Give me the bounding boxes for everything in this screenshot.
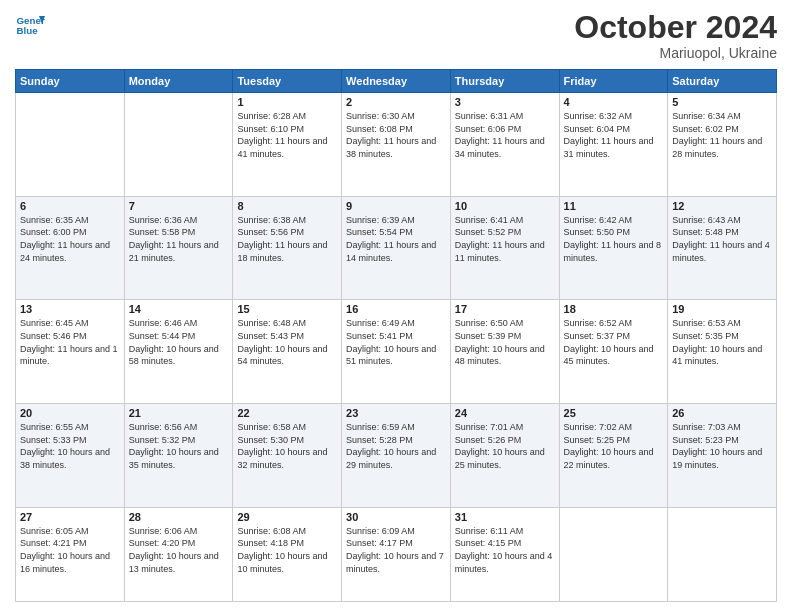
day-info: Sunrise: 6:46 AMSunset: 5:44 PMDaylight:… [129,317,229,367]
day-info: Sunrise: 6:50 AMSunset: 5:39 PMDaylight:… [455,317,555,367]
day-info: Sunrise: 6:42 AMSunset: 5:50 PMDaylight:… [564,214,664,264]
day-info: Sunrise: 6:58 AMSunset: 5:30 PMDaylight:… [237,421,337,471]
calendar-cell: 11Sunrise: 6:42 AMSunset: 5:50 PMDayligh… [559,196,668,300]
weekday-header-tuesday: Tuesday [233,70,342,93]
calendar-cell: 22Sunrise: 6:58 AMSunset: 5:30 PMDayligh… [233,404,342,508]
calendar-cell: 21Sunrise: 6:56 AMSunset: 5:32 PMDayligh… [124,404,233,508]
day-info: Sunrise: 6:11 AMSunset: 4:15 PMDaylight:… [455,525,555,575]
weekday-header-wednesday: Wednesday [342,70,451,93]
calendar-cell: 24Sunrise: 7:01 AMSunset: 5:26 PMDayligh… [450,404,559,508]
calendar-week-row: 27Sunrise: 6:05 AMSunset: 4:21 PMDayligh… [16,507,777,601]
svg-text:Blue: Blue [17,25,39,36]
calendar-cell: 8Sunrise: 6:38 AMSunset: 5:56 PMDaylight… [233,196,342,300]
calendar-cell: 5Sunrise: 6:34 AMSunset: 6:02 PMDaylight… [668,93,777,197]
calendar-cell: 7Sunrise: 6:36 AMSunset: 5:58 PMDaylight… [124,196,233,300]
calendar-cell: 14Sunrise: 6:46 AMSunset: 5:44 PMDayligh… [124,300,233,404]
calendar-cell: 27Sunrise: 6:05 AMSunset: 4:21 PMDayligh… [16,507,125,601]
day-info: Sunrise: 6:34 AMSunset: 6:02 PMDaylight:… [672,110,772,160]
day-info: Sunrise: 6:05 AMSunset: 4:21 PMDaylight:… [20,525,120,575]
calendar-cell [124,93,233,197]
calendar-cell [16,93,125,197]
calendar-cell: 6Sunrise: 6:35 AMSunset: 6:00 PMDaylight… [16,196,125,300]
calendar-title: October 2024 [574,10,777,45]
day-info: Sunrise: 6:31 AMSunset: 6:06 PMDaylight:… [455,110,555,160]
day-number: 22 [237,407,337,419]
calendar-cell: 12Sunrise: 6:43 AMSunset: 5:48 PMDayligh… [668,196,777,300]
day-info: Sunrise: 6:41 AMSunset: 5:52 PMDaylight:… [455,214,555,264]
day-number: 16 [346,303,446,315]
calendar-cell: 26Sunrise: 7:03 AMSunset: 5:23 PMDayligh… [668,404,777,508]
calendar-cell: 23Sunrise: 6:59 AMSunset: 5:28 PMDayligh… [342,404,451,508]
day-number: 26 [672,407,772,419]
day-number: 18 [564,303,664,315]
day-number: 14 [129,303,229,315]
calendar-cell: 18Sunrise: 6:52 AMSunset: 5:37 PMDayligh… [559,300,668,404]
day-info: Sunrise: 6:32 AMSunset: 6:04 PMDaylight:… [564,110,664,160]
calendar-cell: 9Sunrise: 6:39 AMSunset: 5:54 PMDaylight… [342,196,451,300]
day-info: Sunrise: 6:08 AMSunset: 4:18 PMDaylight:… [237,525,337,575]
day-number: 1 [237,96,337,108]
day-number: 27 [20,511,120,523]
day-number: 7 [129,200,229,212]
day-number: 28 [129,511,229,523]
calendar-cell: 17Sunrise: 6:50 AMSunset: 5:39 PMDayligh… [450,300,559,404]
day-info: Sunrise: 6:06 AMSunset: 4:20 PMDaylight:… [129,525,229,575]
calendar-cell: 4Sunrise: 6:32 AMSunset: 6:04 PMDaylight… [559,93,668,197]
calendar-cell [668,507,777,601]
calendar-week-row: 1Sunrise: 6:28 AMSunset: 6:10 PMDaylight… [16,93,777,197]
page: General Blue October 2024 Mariuopol, Ukr… [0,0,792,612]
calendar-cell: 29Sunrise: 6:08 AMSunset: 4:18 PMDayligh… [233,507,342,601]
day-number: 11 [564,200,664,212]
day-number: 9 [346,200,446,212]
day-number: 13 [20,303,120,315]
day-number: 31 [455,511,555,523]
day-number: 10 [455,200,555,212]
calendar-cell: 31Sunrise: 6:11 AMSunset: 4:15 PMDayligh… [450,507,559,601]
day-info: Sunrise: 6:52 AMSunset: 5:37 PMDaylight:… [564,317,664,367]
day-number: 30 [346,511,446,523]
day-number: 15 [237,303,337,315]
calendar-cell: 1Sunrise: 6:28 AMSunset: 6:10 PMDaylight… [233,93,342,197]
calendar-cell: 30Sunrise: 6:09 AMSunset: 4:17 PMDayligh… [342,507,451,601]
day-info: Sunrise: 6:38 AMSunset: 5:56 PMDaylight:… [237,214,337,264]
day-info: Sunrise: 6:56 AMSunset: 5:32 PMDaylight:… [129,421,229,471]
day-info: Sunrise: 6:45 AMSunset: 5:46 PMDaylight:… [20,317,120,367]
title-block: October 2024 Mariuopol, Ukraine [574,10,777,61]
weekday-header-friday: Friday [559,70,668,93]
day-info: Sunrise: 6:59 AMSunset: 5:28 PMDaylight:… [346,421,446,471]
calendar-location: Mariuopol, Ukraine [574,45,777,61]
weekday-header-monday: Monday [124,70,233,93]
logo: General Blue [15,10,45,40]
day-info: Sunrise: 6:43 AMSunset: 5:48 PMDaylight:… [672,214,772,264]
calendar-week-row: 20Sunrise: 6:55 AMSunset: 5:33 PMDayligh… [16,404,777,508]
day-info: Sunrise: 7:01 AMSunset: 5:26 PMDaylight:… [455,421,555,471]
calendar-cell: 10Sunrise: 6:41 AMSunset: 5:52 PMDayligh… [450,196,559,300]
day-info: Sunrise: 6:53 AMSunset: 5:35 PMDaylight:… [672,317,772,367]
weekday-header-row: SundayMondayTuesdayWednesdayThursdayFrid… [16,70,777,93]
calendar-cell: 13Sunrise: 6:45 AMSunset: 5:46 PMDayligh… [16,300,125,404]
day-number: 24 [455,407,555,419]
day-number: 2 [346,96,446,108]
day-info: Sunrise: 6:30 AMSunset: 6:08 PMDaylight:… [346,110,446,160]
day-info: Sunrise: 6:36 AMSunset: 5:58 PMDaylight:… [129,214,229,264]
day-number: 4 [564,96,664,108]
day-info: Sunrise: 6:35 AMSunset: 6:00 PMDaylight:… [20,214,120,264]
day-number: 5 [672,96,772,108]
day-number: 17 [455,303,555,315]
calendar-cell: 16Sunrise: 6:49 AMSunset: 5:41 PMDayligh… [342,300,451,404]
day-number: 25 [564,407,664,419]
calendar-cell: 2Sunrise: 6:30 AMSunset: 6:08 PMDaylight… [342,93,451,197]
calendar-week-row: 13Sunrise: 6:45 AMSunset: 5:46 PMDayligh… [16,300,777,404]
calendar-cell: 19Sunrise: 6:53 AMSunset: 5:35 PMDayligh… [668,300,777,404]
calendar-cell: 3Sunrise: 6:31 AMSunset: 6:06 PMDaylight… [450,93,559,197]
weekday-header-thursday: Thursday [450,70,559,93]
day-info: Sunrise: 7:02 AMSunset: 5:25 PMDaylight:… [564,421,664,471]
day-info: Sunrise: 6:28 AMSunset: 6:10 PMDaylight:… [237,110,337,160]
weekday-header-sunday: Sunday [16,70,125,93]
day-number: 8 [237,200,337,212]
day-number: 21 [129,407,229,419]
calendar-cell: 15Sunrise: 6:48 AMSunset: 5:43 PMDayligh… [233,300,342,404]
calendar-cell: 25Sunrise: 7:02 AMSunset: 5:25 PMDayligh… [559,404,668,508]
day-number: 29 [237,511,337,523]
day-number: 19 [672,303,772,315]
